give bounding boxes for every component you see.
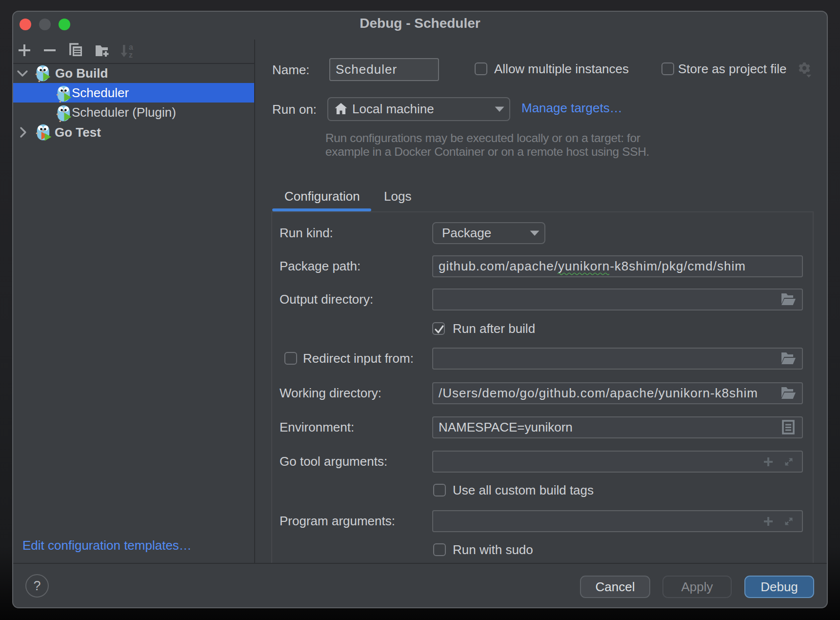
- svg-text:z: z: [129, 51, 133, 58]
- svg-text:a: a: [129, 43, 133, 51]
